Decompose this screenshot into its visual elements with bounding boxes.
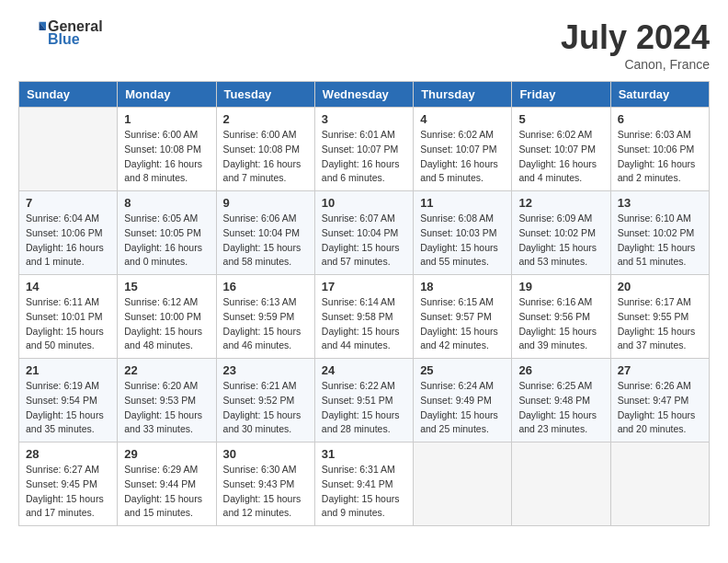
calendar-cell: 17Sunrise: 6:14 AMSunset: 9:58 PMDayligh… <box>314 275 413 359</box>
calendar-cell: 8Sunrise: 6:05 AMSunset: 10:05 PMDayligh… <box>118 191 216 275</box>
day-info: Sunrise: 6:04 AMSunset: 10:06 PMDaylight… <box>26 212 110 270</box>
week-row-1: 1Sunrise: 6:00 AMSunset: 10:08 PMDayligh… <box>19 108 710 191</box>
calendar-cell: 14Sunrise: 6:11 AMSunset: 10:01 PMDaylig… <box>19 275 118 359</box>
calendar-cell: 11Sunrise: 6:08 AMSunset: 10:03 PMDaylig… <box>414 191 512 275</box>
day-number: 10 <box>322 196 406 210</box>
calendar-cell: 21Sunrise: 6:19 AMSunset: 9:54 PMDayligh… <box>19 359 118 442</box>
day-number: 2 <box>223 112 308 126</box>
day-number: 24 <box>322 363 406 377</box>
week-row-2: 7Sunrise: 6:04 AMSunset: 10:06 PMDayligh… <box>19 191 710 275</box>
header-sunday: Sunday <box>19 82 118 108</box>
day-number: 20 <box>618 280 702 293</box>
location: Canon, France <box>561 57 710 72</box>
day-info: Sunrise: 6:02 AMSunset: 10:07 PMDaylight… <box>518 128 603 186</box>
day-info: Sunrise: 6:11 AMSunset: 10:01 PMDaylight… <box>26 295 110 353</box>
calendar-cell: 6Sunrise: 6:03 AMSunset: 10:06 PMDayligh… <box>610 108 709 191</box>
calendar-table: SundayMondayTuesdayWednesdayThursdayFrid… <box>18 81 710 526</box>
day-number: 17 <box>322 280 406 293</box>
calendar-cell: 20Sunrise: 6:17 AMSunset: 9:55 PMDayligh… <box>610 275 709 359</box>
day-info: Sunrise: 6:13 AMSunset: 9:59 PMDaylight:… <box>223 295 308 353</box>
day-info: Sunrise: 6:16 AMSunset: 9:56 PMDaylight:… <box>518 295 603 353</box>
day-number: 26 <box>518 363 603 377</box>
day-number: 9 <box>223 196 308 210</box>
day-info: Sunrise: 6:14 AMSunset: 9:58 PMDaylight:… <box>322 295 406 353</box>
calendar-cell: 31Sunrise: 6:31 AMSunset: 9:41 PMDayligh… <box>314 442 413 526</box>
calendar-cell: 5Sunrise: 6:02 AMSunset: 10:07 PMDayligh… <box>512 108 610 191</box>
day-number: 30 <box>223 447 308 461</box>
day-info: Sunrise: 6:09 AMSunset: 10:02 PMDaylight… <box>518 212 603 270</box>
day-info: Sunrise: 6:12 AMSunset: 10:00 PMDaylight… <box>124 295 209 353</box>
day-number: 1 <box>124 112 209 126</box>
calendar-cell: 24Sunrise: 6:22 AMSunset: 9:51 PMDayligh… <box>314 359 413 442</box>
logo-icon <box>20 18 46 44</box>
calendar-cell: 19Sunrise: 6:16 AMSunset: 9:56 PMDayligh… <box>512 275 610 359</box>
day-info: Sunrise: 6:00 AMSunset: 10:08 PMDaylight… <box>124 128 209 186</box>
day-info: Sunrise: 6:21 AMSunset: 9:52 PMDaylight:… <box>223 379 308 437</box>
day-info: Sunrise: 6:07 AMSunset: 10:04 PMDaylight… <box>322 212 406 270</box>
day-info: Sunrise: 6:22 AMSunset: 9:51 PMDaylight:… <box>322 379 406 437</box>
page-header: General Blue July 2024 Canon, France <box>18 18 710 72</box>
header-row: SundayMondayTuesdayWednesdayThursdayFrid… <box>19 82 710 108</box>
day-number: 14 <box>26 280 110 293</box>
calendar-cell <box>19 108 118 191</box>
day-number: 15 <box>124 280 209 293</box>
week-row-3: 14Sunrise: 6:11 AMSunset: 10:01 PMDaylig… <box>19 275 710 359</box>
day-number: 27 <box>618 363 702 377</box>
day-number: 11 <box>420 196 505 210</box>
month-title: July 2024 <box>561 18 710 57</box>
day-number: 6 <box>618 112 702 126</box>
header-wednesday: Wednesday <box>314 82 413 108</box>
calendar-cell: 2Sunrise: 6:00 AMSunset: 10:08 PMDayligh… <box>216 108 314 191</box>
calendar-cell: 13Sunrise: 6:10 AMSunset: 10:02 PMDaylig… <box>610 191 709 275</box>
header-saturday: Saturday <box>610 82 709 108</box>
day-info: Sunrise: 6:05 AMSunset: 10:05 PMDaylight… <box>124 212 209 270</box>
day-number: 8 <box>124 196 209 210</box>
calendar-cell: 27Sunrise: 6:26 AMSunset: 9:47 PMDayligh… <box>610 359 709 442</box>
day-number: 28 <box>26 447 110 461</box>
calendar-cell: 22Sunrise: 6:20 AMSunset: 9:53 PMDayligh… <box>118 359 216 442</box>
calendar-cell: 9Sunrise: 6:06 AMSunset: 10:04 PMDayligh… <box>216 191 314 275</box>
calendar-cell: 3Sunrise: 6:01 AMSunset: 10:07 PMDayligh… <box>314 108 413 191</box>
calendar-cell: 16Sunrise: 6:13 AMSunset: 9:59 PMDayligh… <box>216 275 314 359</box>
day-info: Sunrise: 6:03 AMSunset: 10:06 PMDaylight… <box>618 128 702 186</box>
calendar-cell: 18Sunrise: 6:15 AMSunset: 9:57 PMDayligh… <box>414 275 512 359</box>
day-info: Sunrise: 6:00 AMSunset: 10:08 PMDaylight… <box>223 128 308 186</box>
day-info: Sunrise: 6:10 AMSunset: 10:02 PMDaylight… <box>618 212 702 270</box>
day-number: 16 <box>223 280 308 293</box>
day-info: Sunrise: 6:20 AMSunset: 9:53 PMDaylight:… <box>124 379 209 437</box>
day-number: 21 <box>26 363 110 377</box>
day-number: 4 <box>420 112 505 126</box>
calendar-cell: 28Sunrise: 6:27 AMSunset: 9:45 PMDayligh… <box>19 442 118 526</box>
day-info: Sunrise: 6:08 AMSunset: 10:03 PMDaylight… <box>420 212 505 270</box>
day-info: Sunrise: 6:26 AMSunset: 9:47 PMDaylight:… <box>618 379 702 437</box>
day-info: Sunrise: 6:29 AMSunset: 9:44 PMDaylight:… <box>124 463 209 521</box>
calendar-cell: 1Sunrise: 6:00 AMSunset: 10:08 PMDayligh… <box>118 108 216 191</box>
calendar-cell: 29Sunrise: 6:29 AMSunset: 9:44 PMDayligh… <box>118 442 216 526</box>
day-info: Sunrise: 6:01 AMSunset: 10:07 PMDaylight… <box>322 128 406 186</box>
calendar-cell: 15Sunrise: 6:12 AMSunset: 10:00 PMDaylig… <box>118 275 216 359</box>
day-number: 13 <box>618 196 702 210</box>
calendar-cell: 30Sunrise: 6:30 AMSunset: 9:43 PMDayligh… <box>216 442 314 526</box>
day-number: 5 <box>518 112 603 126</box>
header-tuesday: Tuesday <box>216 82 314 108</box>
day-number: 25 <box>420 363 505 377</box>
day-number: 19 <box>518 280 603 293</box>
day-number: 31 <box>322 447 406 461</box>
logo: General Blue <box>18 18 103 48</box>
day-info: Sunrise: 6:17 AMSunset: 9:55 PMDaylight:… <box>618 295 702 353</box>
calendar-cell: 25Sunrise: 6:24 AMSunset: 9:49 PMDayligh… <box>414 359 512 442</box>
header-monday: Monday <box>118 82 216 108</box>
day-info: Sunrise: 6:15 AMSunset: 9:57 PMDaylight:… <box>420 295 505 353</box>
day-info: Sunrise: 6:31 AMSunset: 9:41 PMDaylight:… <box>322 463 406 521</box>
day-number: 23 <box>223 363 308 377</box>
day-info: Sunrise: 6:06 AMSunset: 10:04 PMDaylight… <box>223 212 308 270</box>
title-block: July 2024 Canon, France <box>561 18 710 72</box>
calendar-cell <box>610 442 709 526</box>
week-row-5: 28Sunrise: 6:27 AMSunset: 9:45 PMDayligh… <box>19 442 710 526</box>
day-info: Sunrise: 6:02 AMSunset: 10:07 PMDaylight… <box>420 128 505 186</box>
day-number: 7 <box>26 196 110 210</box>
day-info: Sunrise: 6:25 AMSunset: 9:48 PMDaylight:… <box>518 379 603 437</box>
calendar-cell: 23Sunrise: 6:21 AMSunset: 9:52 PMDayligh… <box>216 359 314 442</box>
day-info: Sunrise: 6:24 AMSunset: 9:49 PMDaylight:… <box>420 379 505 437</box>
day-number: 3 <box>322 112 406 126</box>
